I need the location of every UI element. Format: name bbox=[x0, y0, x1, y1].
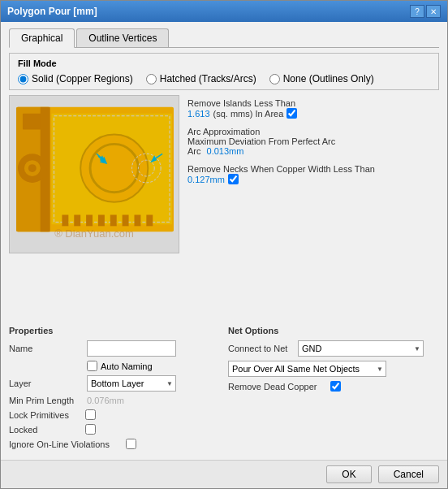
fill-mode-radio-group: Solid (Copper Regions) Hatched (Tracks/A… bbox=[18, 73, 430, 84]
help-button[interactable]: ? bbox=[410, 5, 424, 18]
connect-to-net-row: Connect to Net GND VCC No Net bbox=[228, 340, 439, 357]
svg-rect-15 bbox=[62, 214, 68, 226]
svg-rect-21 bbox=[134, 214, 140, 226]
net-options-section: Net Options Connect to Net GND VCC No Ne… bbox=[228, 326, 439, 453]
tab-outline-vertices[interactable]: Outline Vertices bbox=[76, 28, 169, 47]
remove-dead-copper-label: Remove Dead Copper bbox=[228, 382, 325, 392]
ignore-violations-label: Ignore On-Line Violations bbox=[9, 439, 123, 449]
properties-title: Properties bbox=[9, 326, 220, 335]
svg-rect-19 bbox=[110, 214, 117, 226]
svg-rect-17 bbox=[86, 214, 93, 226]
arc-label-text: Arc bbox=[187, 146, 204, 156]
name-row: Name Top Layer-No Net bbox=[9, 340, 220, 357]
window-title: Polygon Pour [mm] bbox=[7, 6, 97, 17]
arc-approx-label: Arc Approximation bbox=[187, 127, 439, 136]
pour-over-dropdown-wrapper: Pour Over All Same Net Objects Pour Over… bbox=[228, 361, 386, 377]
cancel-button[interactable]: Cancel bbox=[378, 465, 439, 483]
fill-mode-solid[interactable]: Solid (Copper Regions) bbox=[18, 73, 133, 84]
remove-necks-label: Remove Necks When Copper Width Less Than bbox=[187, 164, 439, 174]
pour-over-dropdown[interactable]: Pour Over All Same Net Objects Pour Over… bbox=[228, 361, 386, 377]
layer-dropdown-wrapper: Top Layer Bottom Layer Mid-Layer 1 bbox=[87, 375, 176, 392]
footer: OK Cancel bbox=[1, 460, 447, 488]
locked-checkbox[interactable] bbox=[85, 424, 96, 435]
min-prim-label: Min Prim Length bbox=[9, 396, 82, 405]
lock-primitives-label: Lock Primitives bbox=[9, 410, 82, 420]
auto-naming-checkbox[interactable] bbox=[87, 361, 97, 371]
connect-to-net-dropdown-wrapper: GND VCC No Net bbox=[298, 340, 424, 357]
fill-mode-section: Fill Mode Solid (Copper Regions) Hatched… bbox=[9, 53, 439, 90]
remove-dead-copper-checkbox[interactable] bbox=[330, 381, 341, 392]
tab-bar: Graphical Outline Vertices bbox=[9, 28, 439, 48]
properties-section: Properties Name Top Layer-No Net Auto Na… bbox=[9, 326, 220, 453]
ok-button[interactable]: OK bbox=[326, 465, 371, 483]
layer-label: Layer bbox=[9, 379, 82, 388]
net-options-title: Net Options bbox=[228, 326, 439, 335]
auto-naming-row: Auto Naming bbox=[87, 361, 220, 371]
arc-approx-row: Arc 0.013mm bbox=[187, 146, 439, 156]
diagram-section: ® DianYuan.com bbox=[9, 95, 179, 321]
remove-islands-unit: (sq. mms) In Area bbox=[213, 109, 284, 119]
min-prim-row: Min Prim Length 0.076mm bbox=[9, 396, 220, 405]
close-button[interactable]: ✕ bbox=[426, 5, 441, 18]
locked-row: Locked bbox=[9, 424, 220, 435]
fill-mode-title: Fill Mode bbox=[18, 58, 430, 68]
connect-to-net-dropdown[interactable]: GND VCC No Net bbox=[298, 340, 424, 357]
remove-islands-annotation: Remove Islands Less Than 1.613 (sq. mms)… bbox=[187, 98, 439, 119]
min-prim-value: 0.076mm bbox=[87, 396, 124, 405]
dialog-content: Graphical Outline Vertices Fill Mode Sol… bbox=[1, 22, 447, 460]
remove-dead-copper-row: Remove Dead Copper bbox=[228, 381, 439, 392]
remove-islands-row: 1.613 (sq. mms) In Area bbox=[187, 108, 439, 119]
name-label: Name bbox=[9, 344, 82, 353]
title-bar: Polygon Pour [mm] ? ✕ bbox=[1, 1, 447, 22]
layer-row: Layer Top Layer Bottom Layer Mid-Layer 1 bbox=[9, 375, 220, 392]
remove-islands-checkbox[interactable] bbox=[286, 108, 297, 119]
lock-primitives-checkbox[interactable] bbox=[85, 409, 96, 420]
fill-mode-hatched[interactable]: Hatched (Tracks/Arcs) bbox=[146, 73, 256, 84]
remove-necks-row: 0.127mm bbox=[187, 174, 439, 184]
annotations-panel: Remove Islands Less Than 1.613 (sq. mms)… bbox=[187, 95, 439, 321]
svg-rect-16 bbox=[74, 214, 80, 226]
arc-approx-value: 0.013mm bbox=[207, 146, 244, 156]
remove-islands-label: Remove Islands Less Than bbox=[187, 98, 439, 108]
remove-necks-value: 0.127mm bbox=[187, 175, 225, 184]
watermark: ® DianYuan.com bbox=[54, 227, 134, 240]
auto-naming-label: Auto Naming bbox=[101, 361, 153, 371]
layer-dropdown[interactable]: Top Layer Bottom Layer Mid-Layer 1 bbox=[87, 375, 176, 392]
svg-rect-20 bbox=[123, 214, 129, 226]
svg-point-7 bbox=[28, 164, 37, 172]
arc-approx-sublabel: Maximum Deviation From Perfect Arc bbox=[187, 136, 439, 146]
svg-rect-22 bbox=[146, 214, 153, 226]
ignore-violations-row: Ignore On-Line Violations bbox=[9, 439, 220, 449]
remove-necks-annotation: Remove Necks When Copper Width Less Than… bbox=[187, 164, 439, 184]
ignore-violations-checkbox[interactable] bbox=[126, 439, 136, 449]
title-bar-buttons: ? ✕ bbox=[410, 5, 441, 18]
main-area: ® DianYuan.com Remove Islands Less Than … bbox=[9, 95, 439, 321]
remove-islands-value: 1.613 bbox=[187, 109, 210, 119]
svg-rect-18 bbox=[98, 214, 105, 226]
connect-to-net-label: Connect to Net bbox=[228, 344, 293, 353]
bottom-area: Properties Name Top Layer-No Net Auto Na… bbox=[9, 326, 439, 453]
lock-primitives-row: Lock Primitives bbox=[9, 409, 220, 420]
name-input[interactable]: Top Layer-No Net bbox=[87, 340, 176, 357]
remove-necks-checkbox[interactable] bbox=[228, 174, 239, 184]
arc-approximation-annotation: Arc Approximation Maximum Deviation From… bbox=[187, 127, 439, 156]
tab-graphical[interactable]: Graphical bbox=[9, 28, 75, 48]
main-window: Polygon Pour [mm] ? ✕ Graphical Outline … bbox=[0, 0, 448, 489]
pour-over-row: Pour Over All Same Net Objects Pour Over… bbox=[228, 361, 439, 377]
fill-mode-none[interactable]: None (Outlines Only) bbox=[269, 73, 374, 84]
diagram-canvas: ® DianYuan.com bbox=[9, 95, 179, 253]
locked-label: Locked bbox=[9, 425, 82, 435]
